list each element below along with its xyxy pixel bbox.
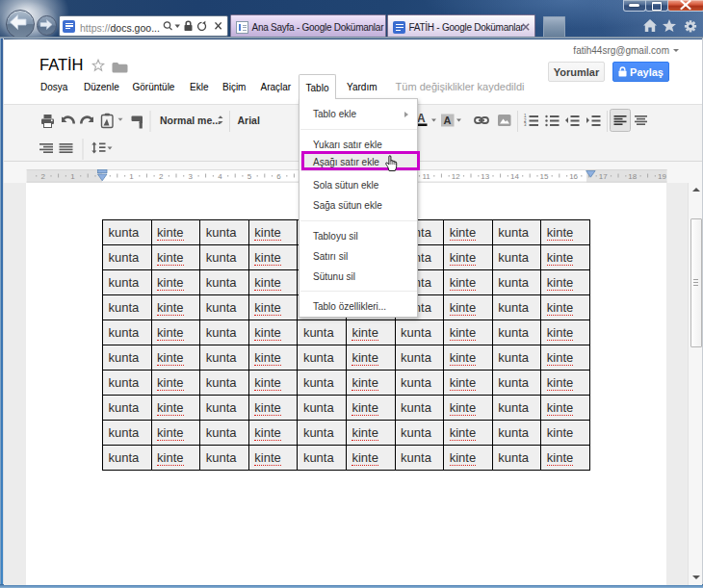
svg-text:3: 3 — [524, 122, 527, 127]
svg-text:6: 6 — [276, 171, 281, 180]
svg-text:11: 11 — [422, 171, 430, 180]
svg-text:2: 2 — [159, 171, 164, 180]
svg-text:18: 18 — [628, 171, 637, 180]
svg-text:14: 14 — [510, 171, 519, 180]
svg-text:17: 17 — [599, 171, 608, 180]
svg-text:Arial: Arial — [238, 114, 260, 125]
svg-text:12: 12 — [452, 171, 460, 180]
svg-text:1: 1 — [129, 171, 134, 180]
svg-text:A: A — [444, 114, 452, 125]
svg-text:5: 5 — [247, 171, 252, 180]
svg-text:15: 15 — [540, 171, 549, 180]
svg-text:Normal me...: Normal me... — [160, 114, 221, 125]
svg-text:1: 1 — [70, 171, 75, 180]
svg-text:2: 2 — [41, 171, 46, 180]
svg-text:4: 4 — [218, 171, 222, 180]
svg-text:19: 19 — [658, 171, 666, 180]
svg-text:13: 13 — [481, 171, 489, 180]
svg-text:3: 3 — [189, 171, 194, 180]
svg-text:A: A — [417, 112, 426, 125]
svg-text:16: 16 — [569, 171, 578, 180]
